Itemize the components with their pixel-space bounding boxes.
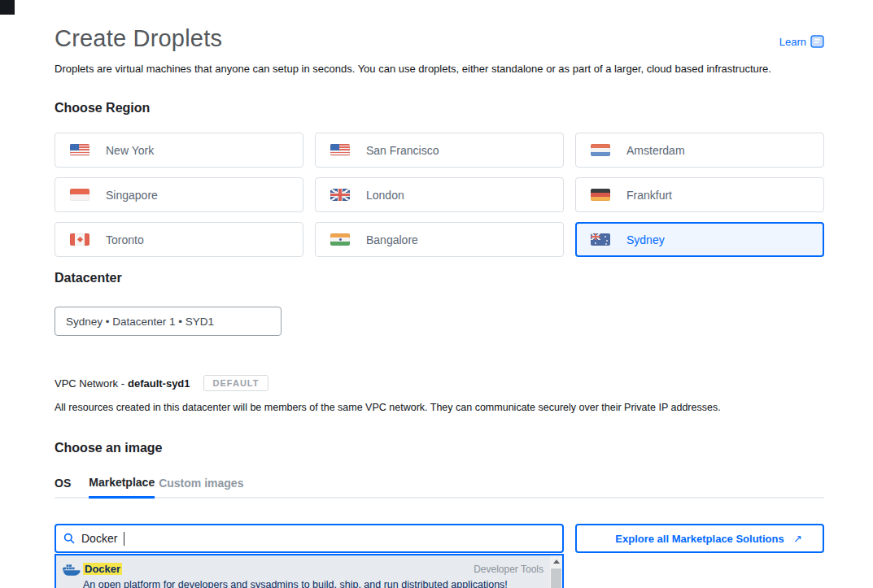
datacenter-heading: Datacenter [55,271,824,285]
explore-marketplace-button[interactable]: Explore all Marketplace Solutions ↗ [575,524,824,553]
corner-dark-square [0,0,15,15]
germany-flag-icon [591,189,610,201]
uk-flag-icon [330,189,350,201]
region-label: Toronto [106,233,144,246]
image-tabs: OS Marketplace Custom images [55,476,824,499]
vpc-network-label: VPC Network - [55,377,124,390]
region-card-toronto[interactable]: Toronto [55,222,303,257]
australia-flag-icon [591,233,610,246]
region-label: Amsterdam [626,144,685,157]
region-card-singapore[interactable]: Singapore [55,177,303,212]
text-caret [124,532,124,546]
page-subtitle: Droplets are virtual machines that anyon… [55,63,824,75]
scrollbar-thumb[interactable] [551,568,561,588]
learn-link[interactable]: Learn [779,35,824,48]
tab-custom-images[interactable]: Custom images [159,477,243,497]
datacenter-select[interactable]: Sydney • Datacenter 1 • SYD1 [55,307,282,336]
region-label: San Francisco [366,144,439,157]
tab-os[interactable]: OS [55,477,71,497]
result-description: An open platform for developers and sysa… [83,579,543,588]
learn-link-label: Learn [779,36,806,48]
vpc-description: All resources created in this datacenter… [55,402,824,413]
region-card-frankfurt[interactable]: Frankfurt [575,177,824,212]
tab-marketplace-active[interactable]: Marketplace [89,476,155,499]
result-category: Developer Tools [474,564,543,575]
region-label: Frankfurt [626,189,672,202]
choose-image-heading: Choose an image [55,441,824,455]
search-results-dropdown: Docker Developer Tools An open platform … [55,554,564,588]
us-flag-icon [70,144,89,156]
docker-whale-icon [63,564,81,581]
scroll-up-button[interactable] [550,555,562,568]
chevron-up-icon [553,560,560,564]
region-label: Singapore [106,189,158,202]
canada-flag-icon [70,233,89,246]
region-card-london[interactable]: London [315,177,564,212]
result-title-highlighted: Docker [83,563,122,575]
region-grid: New York San Francisco Amsterdam Singapo… [55,133,824,257]
vpc-network-name: default-syd1 [128,377,190,390]
region-card-new-york[interactable]: New York [55,133,303,168]
vpc-default-badge: DEFAULT [203,375,269,391]
singapore-flag-icon [70,189,89,201]
us-flag-icon [330,144,350,156]
docs-icon [810,35,824,48]
external-arrow-icon: ↗ [793,533,802,545]
search-input-value: Docker [81,532,117,545]
datacenter-selected-value: Sydney • Datacenter 1 • SYD1 [66,316,214,328]
search-result-docker[interactable]: Docker Developer Tools An open platform … [56,555,550,588]
create-droplets-page: Create Droplets Learn Droplets are virtu… [0,0,873,588]
region-card-bangalore[interactable]: Bangalore [315,222,564,257]
search-icon [63,533,75,544]
region-label: New York [106,144,154,157]
marketplace-search-input[interactable]: Docker [55,524,564,553]
region-label: Bangalore [366,233,418,246]
region-card-san-francisco[interactable]: San Francisco [315,133,564,168]
region-label: London [366,189,404,202]
region-card-amsterdam[interactable]: Amsterdam [575,133,824,168]
dropdown-scrollbar[interactable] [550,555,562,588]
explore-button-label: Explore all Marketplace Solutions [615,533,784,545]
region-label: Sydney [626,233,665,246]
netherlands-flag-icon [591,144,610,156]
region-card-sydney-selected[interactable]: Sydney [575,222,824,257]
choose-region-heading: Choose Region [55,101,824,115]
india-flag-icon [330,233,350,246]
page-title: Create Droplets [55,25,222,52]
